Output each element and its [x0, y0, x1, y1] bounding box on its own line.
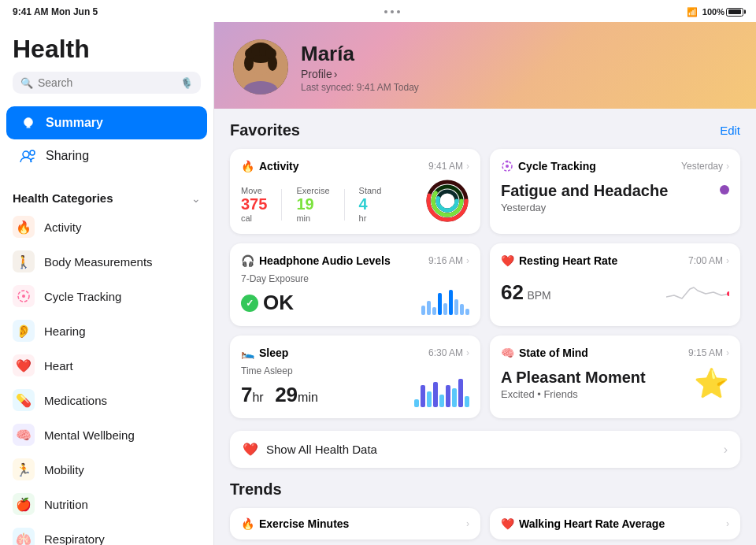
summary-label: Summary	[46, 116, 103, 130]
status-bar: 9:41 AM Mon Jun 5 📶 100%	[0, 0, 756, 22]
respiratory-icon: 🫁	[13, 528, 35, 545]
mental-wellbeing-label: Mental Wellbeing	[44, 428, 135, 442]
rhr-time: 7:00 AM ›	[688, 255, 729, 266]
search-input[interactable]	[38, 76, 176, 89]
sleep-time: 6:30 AM ›	[428, 347, 469, 358]
favorites-grid: 🔥 Activity 9:41 AM › Move 375	[230, 149, 740, 418]
sidebar-item-activity[interactable]: 🔥 Activity	[0, 209, 213, 244]
profile-sync: Last synced: 9:41 AM Today	[301, 82, 737, 93]
sidebar-item-sharing[interactable]: Sharing	[6, 139, 207, 172]
favorites-title: Favorites	[230, 121, 300, 139]
sharing-icon	[19, 146, 38, 165]
battery-bar	[726, 8, 743, 17]
heart-icon: ❤️	[13, 354, 35, 376]
exercise-stat: Exercise 19 min	[296, 186, 329, 223]
sidebar-item-body-measurements[interactable]: 🚶 Body Measurements	[0, 244, 213, 279]
trend-exercise-icon: 🔥	[241, 517, 254, 530]
sidebar-item-hearing[interactable]: 👂 Hearing	[0, 313, 213, 348]
mind-mood: A Pleasant Moment	[501, 369, 646, 387]
mind-card-header: 🧠 State of Mind 9:15 AM ›	[501, 347, 729, 359]
rhr-card-header: ❤️ Resting Heart Rate 7:00 AM ›	[501, 254, 729, 267]
trend-exercise-label: 🔥 Exercise Minutes	[241, 517, 349, 530]
cycle-tracking-card[interactable]: Cycle Tracking Yesterday › Fatigue and H…	[490, 149, 740, 234]
sleep-card[interactable]: 🛌 Sleep 6:30 AM › Time Asleep 7hr	[230, 336, 480, 418]
sidebar-item-respiratory[interactable]: 🫁 Respiratory	[0, 521, 213, 545]
sidebar-item-mobility[interactable]: 🏃 Mobility	[0, 452, 213, 487]
chevron-down-icon[interactable]: ⌄	[191, 192, 201, 205]
medications-label: Medications	[44, 394, 107, 407]
status-center-dots	[384, 10, 400, 13]
body-measurements-icon: 🚶	[13, 250, 35, 272]
activity-icon: 🔥	[13, 216, 35, 238]
headphone-time: 9:16 AM ›	[428, 255, 469, 266]
profile-info: María Profile › Last synced: 9:41 AM Tod…	[301, 42, 737, 93]
categories-list: 🔥 Activity 🚶 Body Measurements Cycle Tra…	[0, 209, 213, 545]
svg-point-13	[265, 48, 276, 59]
heart-rate-value: 62	[501, 280, 524, 304]
mind-card-title: 🧠 State of Mind	[501, 347, 588, 359]
sidebar-item-medications[interactable]: 💊 Medications	[0, 383, 213, 417]
activity-label: Activity	[44, 221, 82, 234]
hero-banner: María Profile › Last synced: 9:41 AM Tod…	[214, 22, 756, 109]
trend-exercise-chevron: ›	[466, 518, 469, 529]
stand-stat: Stand 4 hr	[359, 186, 382, 223]
cycle-date: Yesterday	[501, 202, 668, 213]
show-all-button[interactable]: ❤️ Show All Health Data ›	[230, 431, 740, 468]
mic-icon[interactable]: 🎙️	[180, 77, 193, 89]
edit-button[interactable]: Edit	[720, 124, 740, 137]
sidebar-item-summary[interactable]: Summary	[6, 106, 207, 139]
cycle-card-header: Cycle Tracking Yesterday ›	[501, 160, 729, 172]
svg-point-22	[506, 165, 509, 168]
activity-ring	[425, 179, 469, 223]
headphone-card[interactable]: 🎧 Headphone Audio Levels 9:16 AM › 7-Day…	[230, 243, 480, 326]
heart-rate-chart	[666, 273, 729, 305]
sidebar-item-nutrition[interactable]: 🍎 Nutrition	[0, 487, 213, 521]
search-icon: 🔍	[20, 77, 33, 89]
trend-exercise-minutes[interactable]: 🔥 Exercise Minutes ›	[230, 508, 480, 539]
cycle-card-title: Cycle Tracking	[501, 160, 596, 172]
cycle-tracking-icon	[13, 285, 35, 307]
show-all-icon: ❤️	[243, 442, 258, 457]
app-title: Health	[13, 35, 201, 64]
mind-detail: Excited • Friends	[501, 388, 646, 400]
star-icon: ⭐	[694, 367, 729, 400]
activity-stats-row: Move 375 cal Exercise 19 min	[241, 179, 469, 223]
headphone-card-title: 🎧 Headphone Audio Levels	[241, 254, 391, 267]
status-indicators: 📶 100%	[687, 7, 743, 17]
cycle-time: Yesterday ›	[681, 161, 729, 172]
mobility-icon: 🏃	[13, 458, 35, 480]
nutrition-label: Nutrition	[44, 498, 88, 511]
hearing-label: Hearing	[44, 324, 86, 338]
wifi-icon: 📶	[687, 7, 698, 17]
sidebar-nav: Summary Sharing	[0, 100, 213, 179]
categories-section-header: Health Categories ⌄	[0, 182, 213, 209]
trend-walking-chevron: ›	[726, 518, 729, 529]
favorites-header: Favorites Edit	[230, 121, 740, 139]
sidebar-item-mental-wellbeing[interactable]: 🧠 Mental Wellbeing	[0, 417, 213, 452]
sidebar-item-cycle-tracking[interactable]: Cycle Tracking	[0, 279, 213, 313]
svg-point-24	[727, 291, 729, 296]
activity-time: 9:41 AM ›	[428, 161, 469, 172]
sidebar-item-heart[interactable]: ❤️ Heart	[0, 348, 213, 383]
headphone-icon: 🎧	[241, 254, 254, 267]
show-all-label: Show All Health Data	[266, 443, 716, 456]
cycle-symptoms: Fatigue and Headache	[501, 182, 668, 200]
headphone-card-header: 🎧 Headphone Audio Levels 9:16 AM ›	[241, 254, 469, 267]
summary-icon	[19, 113, 38, 132]
heart-rate-icon: ❤️	[501, 254, 514, 267]
activity-card[interactable]: 🔥 Activity 9:41 AM › Move 375	[230, 149, 480, 234]
sidebar: Health 🔍 🎙️ Summary	[0, 22, 214, 545]
sleep-card-header: 🛌 Sleep 6:30 AM ›	[241, 347, 469, 359]
profile-link[interactable]: Profile ›	[301, 68, 737, 80]
respiratory-label: Respiratory	[44, 532, 105, 546]
activity-card-header: 🔥 Activity 9:41 AM ›	[241, 160, 469, 172]
state-of-mind-card[interactable]: 🧠 State of Mind 9:15 AM › A Pleasant Mom…	[490, 336, 740, 418]
trend-walking-heart-rate[interactable]: ❤️ Walking Heart Rate Average ›	[490, 508, 740, 539]
mental-wellbeing-icon: 🧠	[13, 424, 35, 446]
medications-icon: 💊	[13, 389, 35, 411]
search-bar[interactable]: 🔍 🎙️	[13, 72, 201, 94]
resting-heart-rate-card[interactable]: ❤️ Resting Heart Rate 7:00 AM › 62 BP	[490, 243, 740, 326]
body-measurements-label: Body Measurements	[44, 255, 153, 269]
sleep-duration: 7hr 29min	[241, 383, 318, 407]
sleep-chart	[414, 379, 469, 407]
